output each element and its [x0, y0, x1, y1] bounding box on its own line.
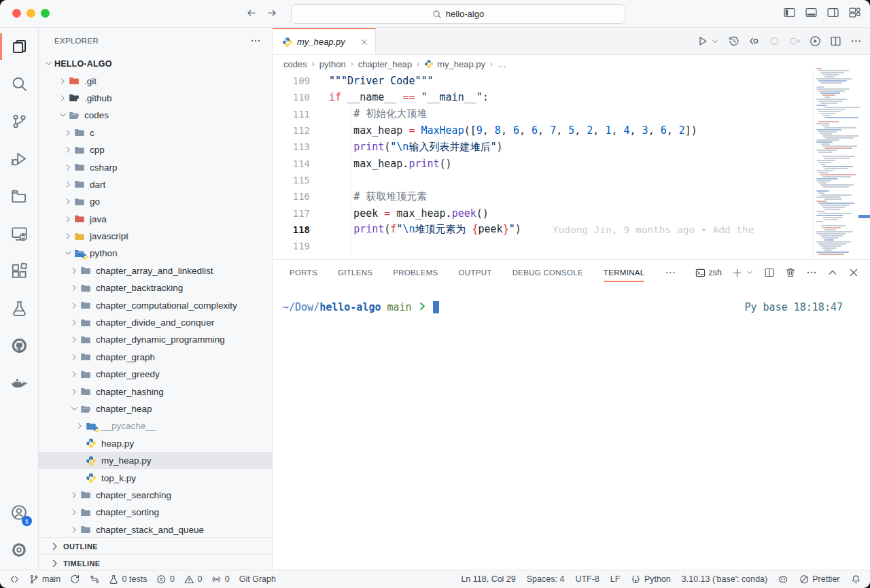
chevron-expanded-icon[interactable]: [69, 404, 80, 413]
tree-item-codes[interactable]: codes: [39, 107, 272, 124]
new-terminal-icon[interactable]: [732, 268, 742, 278]
panel-more-tabs[interactable]: ⋯: [665, 260, 675, 286]
layout-left-icon[interactable]: [784, 7, 795, 18]
minimap[interactable]: [813, 68, 858, 260]
status-errors[interactable]: 0: [156, 574, 174, 585]
status-encoding[interactable]: UTF-8: [575, 574, 599, 584]
tree-item-java[interactable]: java: [39, 211, 272, 228]
status-git-branch[interactable]: main: [29, 574, 61, 585]
tree-item-chapter-array-and-linkedlist[interactable]: chapter_array_and_linkedlist: [39, 262, 272, 279]
navigate-forward-icon[interactable]: [266, 7, 277, 18]
panel-tab-output[interactable]: OUTPUT: [459, 260, 492, 286]
tree-item-javascript[interactable]: javascript: [39, 228, 272, 245]
chevron-collapsed-icon[interactable]: [63, 128, 74, 137]
chevron-collapsed-icon[interactable]: [69, 387, 80, 396]
chevron-collapsed-icon[interactable]: [63, 232, 74, 241]
run-dropdown-icon[interactable]: [711, 37, 719, 46]
layout-right-icon[interactable]: [827, 7, 839, 18]
explorer-more-actions-icon[interactable]: [250, 35, 261, 46]
tree-item-chapter-stack-and-queue[interactable]: chapter_stack_and_queue: [39, 521, 272, 538]
activity-settings[interactable]: [0, 531, 38, 568]
shell-selector[interactable]: zsh: [695, 268, 722, 278]
tree-item-chapter-backtracking[interactable]: chapter_backtracking: [39, 279, 272, 296]
tab-my-heap-py[interactable]: my_heap.py: [273, 28, 376, 54]
terminal[interactable]: ~/Dow/hello-algo main Py base 18:18:47: [283, 300, 860, 313]
tree-item-chapter-greedy[interactable]: chapter_greedy: [39, 366, 272, 383]
chevron-collapsed-icon[interactable]: [69, 353, 80, 362]
open-changes-icon[interactable]: [748, 35, 760, 47]
chevron-expanded-icon[interactable]: [63, 249, 74, 258]
chevron-collapsed-icon[interactable]: [57, 77, 69, 86]
tree-item-chapter-hashing[interactable]: chapter_hashing: [39, 383, 272, 400]
breadcrumb-item[interactable]: codes: [283, 59, 307, 69]
tree-item-hello-algo[interactable]: HELLO-ALGO: [39, 55, 272, 72]
tree-item-chapter-heap[interactable]: chapter_heap: [39, 400, 272, 417]
activity-remote-explorer[interactable]: [0, 215, 38, 252]
tree-item-top-k-py[interactable]: top_k.py: [39, 469, 272, 486]
close-window-button[interactable]: [12, 9, 21, 18]
activity-run-and-debug[interactable]: [0, 140, 38, 177]
breadcrumb-item[interactable]: chapter_heap: [358, 59, 413, 69]
tree-item-chapter-dynamic-programming[interactable]: chapter_dynamic_programming: [39, 331, 272, 348]
zoom-window-button[interactable]: [41, 9, 50, 18]
more-actions-icon[interactable]: [850, 35, 862, 47]
breadcrumb-item[interactable]: my_heap.py: [424, 59, 485, 69]
tree-item-csharp[interactable]: csharp: [39, 158, 272, 175]
status-remote-indicator[interactable]: [10, 574, 20, 585]
status-language-mode[interactable]: Python: [631, 574, 670, 585]
chevron-collapsed-icon[interactable]: [63, 215, 74, 224]
panel-tab-ports[interactable]: PORTS: [290, 260, 317, 286]
chevron-collapsed-icon[interactable]: [57, 94, 69, 103]
kill-terminal-icon[interactable]: [785, 267, 796, 278]
tree-item-chapter-sorting[interactable]: chapter_sorting: [39, 504, 272, 521]
layout-bottom-icon[interactable]: [805, 7, 817, 18]
chevron-collapsed-icon[interactable]: [63, 145, 74, 154]
tree-item-python[interactable]: python: [39, 245, 272, 262]
run-python-file-icon[interactable]: [697, 35, 708, 47]
activity-docker[interactable]: [0, 364, 38, 402]
status-copilot[interactable]: [778, 574, 788, 585]
activity-explorer[interactable]: [0, 28, 38, 65]
chevron-collapsed-icon[interactable]: [74, 421, 86, 430]
breadcrumb-item[interactable]: …: [498, 59, 506, 69]
chevron-collapsed-icon[interactable]: [63, 180, 74, 189]
tree-item-cpp[interactable]: cpp: [39, 141, 272, 158]
next-change-icon[interactable]: [789, 35, 801, 47]
code-editor[interactable]: 109"""Driver Code"""110if __name__ == "_…: [273, 73, 870, 259]
status-indentation[interactable]: Spaces: 4: [527, 574, 565, 584]
chevron-collapsed-icon[interactable]: [69, 491, 80, 500]
navigate-back-icon[interactable]: [246, 7, 257, 18]
tree-item-my-heap-py[interactable]: my_heap.py: [39, 452, 272, 469]
status-eol[interactable]: LF: [610, 574, 621, 584]
activity-github[interactable]: [0, 327, 38, 364]
activity-source-control[interactable]: [0, 103, 38, 140]
status-git-graph[interactable]: Git Graph: [239, 574, 276, 584]
breadcrumb-item[interactable]: python: [319, 59, 346, 69]
panel-more-icon[interactable]: [806, 267, 817, 278]
chevron-collapsed-icon[interactable]: [63, 197, 74, 206]
close-tab-icon[interactable]: [360, 38, 368, 46]
maximize-panel-icon[interactable]: [827, 267, 838, 278]
tree-item-chapter-graph[interactable]: chapter_graph: [39, 349, 272, 366]
status-warnings[interactable]: 0: [184, 574, 202, 585]
activity-testing[interactable]: [0, 290, 38, 327]
tree-item-chapter-searching[interactable]: chapter_searching: [39, 487, 272, 504]
chevron-expanded-icon[interactable]: [57, 111, 69, 120]
tree-item-dart[interactable]: dart: [39, 176, 272, 193]
chevron-collapsed-icon[interactable]: [69, 283, 80, 292]
activity-extensions[interactable]: [0, 252, 38, 290]
status-gitlens-compare[interactable]: [90, 574, 100, 585]
minimize-window-button[interactable]: [27, 9, 35, 18]
activity-accounts[interactable]: 1: [0, 494, 38, 531]
terminal-dropdown-icon[interactable]: [746, 269, 754, 277]
chevron-collapsed-icon[interactable]: [69, 370, 80, 379]
status-prettier[interactable]: Prettier: [799, 574, 840, 585]
tree-item-go[interactable]: go: [39, 193, 272, 210]
file-history-icon[interactable]: [728, 35, 740, 47]
status-tests[interactable]: 0 tests: [109, 574, 147, 585]
tree-item--github[interactable]: .github: [39, 90, 272, 107]
chevron-collapsed-icon[interactable]: [69, 335, 80, 344]
tree-item--pycache-[interactable]: __pycache__: [39, 417, 272, 434]
close-panel-icon[interactable]: [848, 267, 859, 278]
split-editor-icon[interactable]: [830, 35, 841, 47]
